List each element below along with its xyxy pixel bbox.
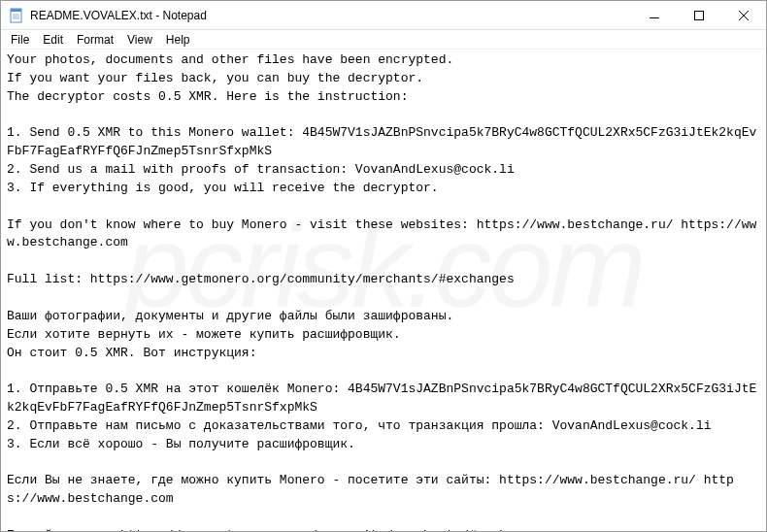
- notepad-icon: [9, 8, 24, 23]
- minimize-icon: [650, 17, 659, 18]
- menu-help[interactable]: Help: [160, 32, 196, 48]
- close-icon: [739, 11, 749, 20]
- minimize-button[interactable]: [632, 1, 677, 29]
- window-title: README.VOVALEX.txt - Notepad: [30, 9, 632, 22]
- menu-edit[interactable]: Edit: [37, 32, 69, 48]
- close-button[interactable]: [721, 1, 766, 29]
- notepad-window: README.VOVALEX.txt - Notepad File Edit F…: [0, 0, 767, 532]
- maximize-button[interactable]: [677, 1, 721, 29]
- svg-rect-1: [11, 9, 21, 12]
- window-controls: [632, 1, 766, 29]
- menu-format[interactable]: Format: [71, 32, 119, 48]
- titlebar: README.VOVALEX.txt - Notepad: [1, 1, 766, 30]
- text-area[interactable]: Your photos, documents and other files h…: [1, 50, 766, 531]
- maximize-icon: [694, 11, 704, 20]
- menubar: File Edit Format View Help: [1, 30, 766, 50]
- menu-file[interactable]: File: [5, 32, 35, 48]
- menu-view[interactable]: View: [121, 32, 158, 48]
